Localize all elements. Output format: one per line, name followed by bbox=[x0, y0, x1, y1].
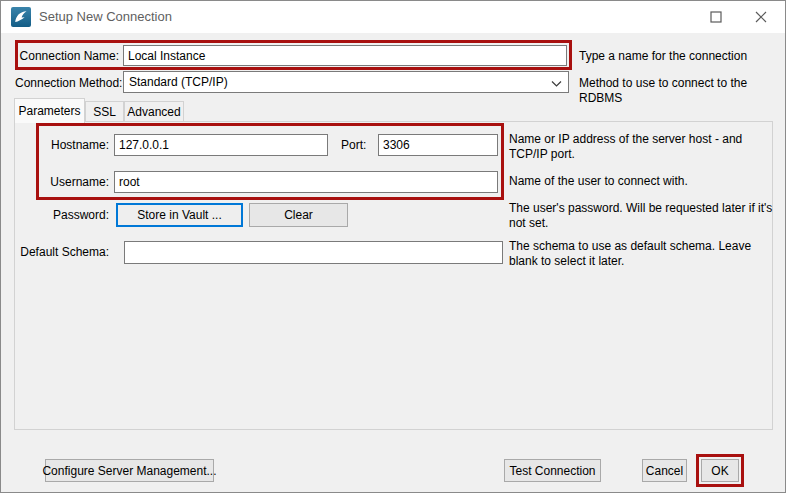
tab-ssl[interactable]: SSL bbox=[85, 101, 124, 122]
hostname-help: Name or IP address of the server host - … bbox=[509, 132, 759, 162]
store-in-vault-button[interactable]: Store in Vault ... bbox=[116, 203, 243, 227]
default-schema-help: The schema to use as default schema. Lea… bbox=[509, 239, 764, 269]
mysql-workbench-icon bbox=[11, 7, 31, 27]
setup-new-connection-dialog: Setup New Connection Connection Name: Ty… bbox=[0, 0, 786, 493]
connection-name-help: Type a name for the connection bbox=[579, 49, 779, 64]
hostname-label: Hostname: bbox=[15, 134, 109, 156]
connection-name-input[interactable] bbox=[123, 45, 567, 66]
chevron-down-icon bbox=[551, 77, 562, 91]
port-input[interactable] bbox=[378, 134, 498, 156]
clear-password-button[interactable]: Clear bbox=[249, 203, 348, 227]
window-title: Setup New Connection bbox=[39, 1, 172, 33]
connection-method-value: Standard (TCP/IP) bbox=[129, 72, 228, 92]
title-bar: Setup New Connection bbox=[1, 1, 785, 33]
username-input[interactable] bbox=[114, 171, 498, 193]
port-label: Port: bbox=[341, 134, 375, 156]
connection-method-label: Connection Method: bbox=[15, 72, 119, 94]
configure-server-management-button[interactable]: Configure Server Management... bbox=[45, 459, 214, 482]
connection-name-label: Connection Name: bbox=[15, 45, 119, 67]
ok-button[interactable]: OK bbox=[701, 459, 739, 482]
username-label: Username: bbox=[15, 171, 109, 193]
password-help: The user's password. Will be requested l… bbox=[509, 201, 773, 231]
close-button[interactable] bbox=[738, 1, 783, 33]
password-label: Password: bbox=[15, 204, 109, 226]
username-help: Name of the user to connect with. bbox=[509, 174, 769, 189]
tab-parameters[interactable]: Parameters bbox=[14, 98, 85, 123]
parameters-panel bbox=[14, 121, 773, 430]
connection-method-help: Method to use to connect to the RDBMS bbox=[579, 76, 786, 106]
default-schema-label: Default Schema: bbox=[15, 241, 109, 263]
tab-advanced[interactable]: Advanced bbox=[124, 101, 184, 122]
default-schema-input[interactable] bbox=[124, 241, 503, 264]
test-connection-button[interactable]: Test Connection bbox=[504, 459, 601, 482]
connection-method-select[interactable]: Standard (TCP/IP) bbox=[123, 71, 569, 93]
maximize-button[interactable] bbox=[693, 1, 738, 33]
cancel-button[interactable]: Cancel bbox=[642, 459, 687, 482]
hostname-input[interactable] bbox=[114, 134, 328, 156]
